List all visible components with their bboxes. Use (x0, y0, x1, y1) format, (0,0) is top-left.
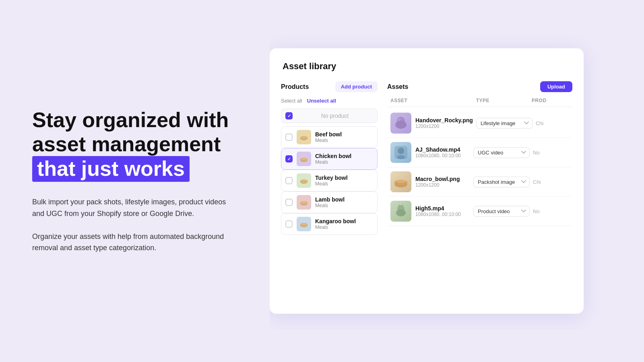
product-item[interactable]: Turkey bowlMeals (281, 170, 378, 191)
assets-list-container: Handover_Rocky.png1200x1200Lifestyle ima… (387, 109, 572, 226)
product-thumbnail (297, 173, 311, 188)
svg-point-11 (301, 201, 307, 204)
product-checkbox[interactable] (285, 155, 293, 162)
right-panel: Asset library Products Add product Selec… (270, 32, 644, 330)
assets-column: Assets Upload Asset Type Prod Handover_R… (387, 81, 572, 301)
products-col-title: Products (281, 83, 309, 90)
product-checkbox[interactable] (285, 199, 293, 206)
product-item[interactable]: Chicken bowlMeals (281, 148, 378, 170)
asset-type-col: Lifestyle imageUGC videoPackshot imagePr… (473, 206, 530, 217)
asset-filename: High5.mp4 (415, 205, 461, 212)
product-item[interactable]: Beef bowlMeals (281, 126, 378, 148)
asset-info: Macro_bowl.png1200x1200 (390, 171, 470, 192)
asset-type-select[interactable]: Lifestyle imageUGC videoPackshot imagePr… (473, 147, 530, 158)
no-product-checkbox[interactable] (285, 112, 293, 119)
asset-filename: Handover_Rocky.png (415, 117, 473, 123)
asset-row: Macro_bowl.png1200x1200Lifestyle imageUG… (387, 167, 572, 197)
app-body: Products Add product Select all Unselect… (281, 81, 572, 301)
asset-info: Handover_Rocky.png1200x1200 (390, 113, 473, 134)
product-thumbnail (297, 130, 311, 144)
asset-meta: 1080x1080, 00:10:00 (415, 212, 461, 217)
no-product-label: No product (297, 113, 373, 119)
asset-text: AJ_Shadow.mp41080x1080, 00:10:00 (415, 146, 461, 158)
headline-highlight: that just works (32, 156, 190, 182)
th-product: Prod (532, 98, 569, 103)
asset-thumbnail (390, 142, 411, 163)
product-checkbox[interactable] (285, 134, 293, 141)
product-name: Chicken bowl (315, 153, 373, 160)
product-thumbnail (297, 217, 311, 231)
svg-point-8 (301, 179, 307, 182)
asset-row: High5.mp41080x1080, 00:10:00Lifestyle im… (387, 197, 572, 226)
product-checkbox[interactable] (285, 177, 293, 184)
product-tag: Meals (315, 181, 373, 187)
product-item[interactable]: Lamb bowlMeals (281, 191, 378, 213)
select-row: Select all Unselect all (281, 98, 378, 104)
subtext2: Organize your assets with help from auto… (32, 231, 237, 254)
product-name: Turkey bowl (315, 175, 373, 181)
product-info: Kangaroo bowlMeals (315, 218, 373, 230)
asset-product-col: Chi (533, 179, 569, 185)
assets-col-title: Assets (387, 83, 408, 90)
product-list: No product Beef bowlMeals Chicken bowlMe… (281, 109, 378, 235)
asset-type-col: Lifestyle imageUGC videoPackshot imagePr… (473, 177, 530, 187)
product-info: Chicken bowlMeals (315, 153, 373, 165)
asset-text: Handover_Rocky.png1200x1200 (415, 117, 473, 129)
asset-meta: 1200x1200 (415, 123, 473, 129)
product-tag: Meals (315, 138, 373, 143)
asset-row: AJ_Shadow.mp41080x1080, 00:10:00Lifestyl… (387, 138, 572, 167)
asset-meta: 1200x1200 (415, 182, 460, 188)
products-column: Products Add product Select all Unselect… (281, 81, 378, 301)
product-name: Kangaroo bowl (315, 218, 373, 225)
asset-info: AJ_Shadow.mp41080x1080, 00:10:00 (390, 142, 470, 163)
svg-point-24 (396, 179, 406, 183)
svg-point-16 (397, 117, 405, 125)
left-panel: Stay organized with asset management tha… (0, 84, 270, 278)
asset-thumbnail (390, 113, 411, 134)
svg-point-18 (399, 119, 400, 120)
svg-point-14 (301, 223, 307, 225)
app-window: Asset library Products Add product Selec… (270, 48, 584, 314)
headline: Stay organized with asset management tha… (32, 108, 237, 182)
product-thumbnail (297, 195, 311, 210)
product-tag: Meals (315, 224, 373, 230)
svg-marker-28 (402, 204, 403, 206)
svg-point-2 (301, 136, 307, 138)
asset-type-col: Lifestyle imageUGC videoPackshot imagePr… (473, 147, 530, 158)
add-product-button[interactable]: Add product (335, 81, 378, 92)
asset-product-col: No (533, 208, 569, 214)
product-name: Beef bowl (315, 131, 373, 138)
asset-product-col: No (533, 150, 569, 156)
product-checkbox[interactable] (285, 220, 293, 228)
product-item[interactable]: Kangaroo bowlMeals (281, 213, 378, 235)
unselect-all-link[interactable]: Unselect all (307, 98, 336, 104)
svg-point-20 (398, 148, 404, 154)
asset-type-select[interactable]: Lifestyle imageUGC videoPackshot imagePr… (473, 177, 530, 187)
th-type: Type (476, 98, 528, 103)
asset-thumbnail (390, 171, 411, 192)
product-info: Turkey bowlMeals (315, 175, 373, 187)
asset-thumbnail (390, 201, 411, 222)
product-list-container: Beef bowlMeals Chicken bowlMeals Turkey … (281, 126, 378, 235)
asset-type-select[interactable]: Lifestyle imageUGC videoPackshot imagePr… (473, 206, 530, 217)
asset-filename: AJ_Shadow.mp4 (415, 146, 461, 153)
app-title: Asset library (281, 61, 572, 72)
asset-text: High5.mp41080x1080, 00:10:00 (415, 205, 461, 217)
asset-filename: Macro_bowl.png (415, 176, 460, 182)
product-thumbnail (297, 152, 311, 166)
assets-header: Assets Upload (387, 81, 572, 92)
asset-meta: 1080x1080, 00:10:00 (415, 153, 461, 158)
product-info: Beef bowlMeals (315, 131, 373, 144)
subtext1: Bulk import your pack shots, lifestyle i… (32, 196, 237, 220)
asset-row: Handover_Rocky.png1200x1200Lifestyle ima… (387, 109, 572, 138)
asset-type-select[interactable]: Lifestyle imageUGC videoPackshot imagePr… (476, 118, 533, 129)
svg-marker-27 (398, 204, 400, 206)
asset-info: High5.mp41080x1080, 00:10:00 (390, 201, 470, 222)
upload-button[interactable]: Upload (540, 81, 572, 92)
product-tag: Meals (315, 159, 373, 165)
th-asset: Asset (390, 98, 473, 103)
select-all-link[interactable]: Select all (281, 98, 302, 104)
no-product-item: No product (281, 109, 378, 123)
assets-table-header: Asset Type Prod (387, 98, 572, 107)
product-tag: Meals (315, 203, 373, 208)
